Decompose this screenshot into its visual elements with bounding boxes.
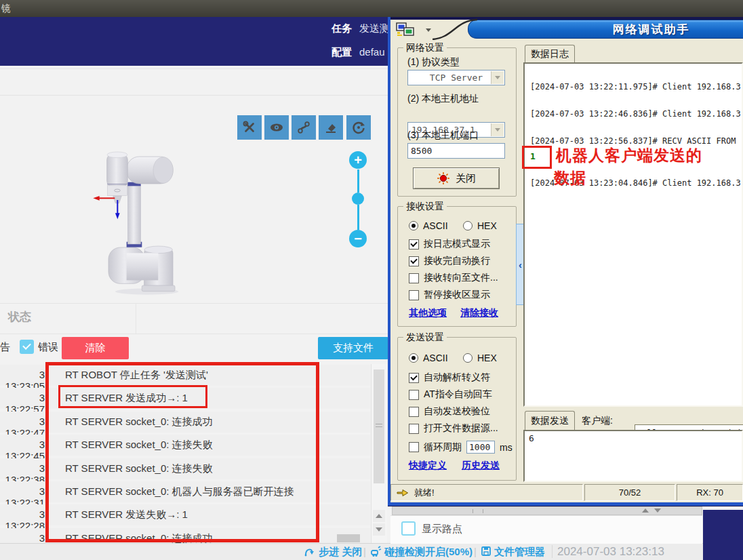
- checkbox-icon: [409, 407, 419, 417]
- send-option[interactable]: 打开文件数据源...: [409, 422, 498, 435]
- send-data-input[interactable]: 6: [523, 430, 743, 482]
- protocol-select[interactable]: TCP Server: [407, 70, 505, 85]
- annotation-box-log: [45, 362, 319, 542]
- scroll-up-button[interactable]: [373, 510, 385, 522]
- erase-button[interactable]: [319, 115, 343, 140]
- recv-option[interactable]: 接收转向至文件...: [409, 272, 498, 284]
- send-option[interactable]: AT指令自动回车: [409, 388, 492, 401]
- eye-icon: [268, 119, 285, 136]
- send-option-label: 自动发送校验位: [424, 405, 490, 418]
- recv-hex-radio[interactable]: HEX: [463, 220, 497, 231]
- recv-ascii-radio[interactable]: ASCII: [409, 220, 448, 231]
- clear-log-button[interactable]: 清除: [62, 337, 129, 359]
- view-button[interactable]: [264, 115, 289, 140]
- table-hscrollbar-thumb[interactable]: [337, 534, 360, 542]
- collapse-up-icon[interactable]: [642, 508, 649, 513]
- tab-data-log[interactable]: 数据日志: [525, 45, 575, 63]
- zoom-slider-handle[interactable]: [352, 193, 364, 205]
- zoom-out-button[interactable]: −: [349, 230, 367, 247]
- recv-option[interactable]: 按日志模式显示: [409, 238, 490, 250]
- zoom-in-button[interactable]: +: [349, 151, 367, 169]
- annotation-text-line2: 数据: [554, 167, 586, 188]
- net-log-lines: [2024-07-03 13:22:11.975]# Client 192.16…: [525, 64, 742, 405]
- divider: [0, 334, 388, 334]
- send-option[interactable]: 自动发送校验位: [409, 405, 490, 418]
- divider: [0, 303, 388, 304]
- recv-option-label: 接收完自动换行: [424, 255, 490, 267]
- send-option-label: 自动解析转义符: [424, 372, 490, 384]
- divider: [0, 68, 388, 69]
- annotation-text-line1: 机器人客户端发送的: [556, 145, 702, 166]
- radio-icon: [409, 353, 418, 363]
- plus-icon: +: [354, 153, 362, 167]
- divider: [136, 304, 136, 334]
- clock: 2024-07-03 13:23:13: [557, 545, 664, 559]
- robot-3d-view[interactable]: [81, 119, 217, 308]
- tools-button[interactable]: [237, 115, 262, 140]
- file-manager-button[interactable]: 文件管理器: [494, 546, 545, 559]
- cycle-period-input[interactable]: 1000: [466, 441, 495, 454]
- error-checkbox[interactable]: [20, 340, 34, 354]
- tab-status[interactable]: 状态: [8, 309, 31, 325]
- close-server-label: 关闭: [456, 172, 476, 185]
- menu-caret-icon[interactable]: [426, 28, 431, 32]
- quick-define-link[interactable]: 快捷定义: [409, 460, 447, 472]
- pointing-hand-icon: [397, 488, 409, 498]
- send-hex-radio[interactable]: HEX: [463, 353, 497, 363]
- receive-log-box[interactable]: [2024-07-03 13:22:11.975]# Client 192.16…: [523, 62, 743, 407]
- collapse-down-icon[interactable]: [654, 508, 661, 513]
- warning-checkbox-label[interactable]: 告: [0, 341, 10, 354]
- group-title: 接收设置: [403, 201, 447, 213]
- log-line: [2024-07-03 13:22:46.836]# Client 192.16…: [530, 109, 741, 119]
- recv-option[interactable]: 暂停接收区显示: [409, 289, 490, 301]
- close-server-button[interactable]: 关闭: [413, 167, 500, 189]
- support-file-button[interactable]: 支持文件: [318, 337, 388, 359]
- host-port-input[interactable]: 8500: [407, 143, 505, 159]
- zoom-slider-track[interactable]: [357, 169, 359, 193]
- send-option[interactable]: 自动解析转义符: [409, 372, 490, 384]
- checkbox-icon: [409, 239, 419, 249]
- protocol-value: TCP Server: [430, 73, 483, 83]
- collision-detect-toggle[interactable]: 碰撞检测开启(50%): [384, 546, 473, 559]
- annotation-box-recv-data: [522, 146, 552, 169]
- task-value[interactable]: 发送测: [359, 22, 390, 35]
- checkbox-icon: [409, 390, 419, 400]
- network-settings-group: 网络设置 (1) 协议类型 TCP Server (2) 本地主机地址 192.…: [397, 47, 517, 197]
- recv-option-label: 暂停接收区显示: [424, 289, 490, 301]
- config-value[interactable]: defau: [359, 46, 385, 58]
- history-send-link[interactable]: 历史发送: [462, 460, 500, 472]
- receive-settings-group: 接收设置 ASCII HEX 按日志模式显示接收完自动换行接收转向至文件...暂…: [397, 206, 517, 327]
- log-row-time: 3 13:22:12: [0, 532, 45, 543]
- scroll-down-button[interactable]: [373, 523, 385, 536]
- window-bottom-border: [388, 502, 743, 506]
- network-icon[interactable]: [396, 22, 416, 37]
- send-ascii-radio[interactable]: ASCII: [409, 353, 448, 363]
- dropdown-arrow-icon[interactable]: [491, 71, 504, 84]
- zoom-slider-track[interactable]: [357, 205, 359, 230]
- recv-ascii-label: ASCII: [423, 220, 448, 231]
- cycle-send-checkbox[interactable]: 循环周期 1000 ms: [409, 441, 513, 454]
- file-manager-icon: [481, 546, 491, 557]
- tools-icon: [242, 120, 257, 135]
- divider: |: [363, 546, 366, 557]
- window-titlebar[interactable]: 网络调试助手: [468, 20, 743, 39]
- show-waypoints-checkbox[interactable]: [401, 521, 416, 536]
- step-mode-toggle[interactable]: 步进 关闭: [319, 546, 362, 559]
- path-button[interactable]: [292, 115, 316, 140]
- table-scrollbar-thumb[interactable]: [374, 369, 384, 483]
- rotate-icon: [350, 119, 367, 136]
- clear-receive-link[interactable]: 清除接收: [460, 307, 498, 319]
- recv-option[interactable]: 接收完自动换行: [409, 255, 490, 267]
- other-options-link[interactable]: 其他选项: [409, 307, 447, 319]
- send-hex-label: HEX: [477, 353, 497, 363]
- eraser-icon: [323, 119, 339, 136]
- checkbox-icon: [409, 442, 419, 452]
- protocol-label: (1) 协议类型: [407, 56, 460, 68]
- cycle-label: 循环周期: [424, 441, 462, 454]
- reset-view-button[interactable]: [346, 115, 371, 140]
- tab-data-send[interactable]: 数据发送: [525, 411, 575, 430]
- step-icon: [304, 546, 316, 557]
- group-title: 网络设置: [403, 42, 447, 54]
- dropdown-arrow-icon[interactable]: [491, 123, 504, 136]
- corner-panel: [703, 510, 743, 560]
